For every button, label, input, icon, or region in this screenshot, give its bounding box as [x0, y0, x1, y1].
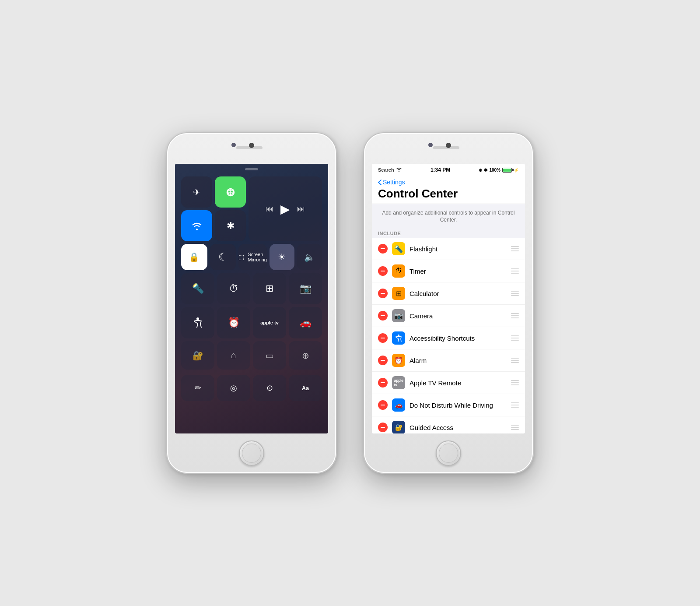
right-phone: Search 1:34 PM ⊕ ✱ 100% — [363, 132, 534, 474]
remove-camera-btn[interactable] — [378, 311, 388, 321]
cc-row-1: ✈ — [181, 176, 322, 241]
back-button[interactable]: Settings — [378, 179, 519, 186]
label-appletv: Apple TV Remote — [410, 379, 507, 387]
cc-play-btn[interactable]: ▶ — [280, 202, 290, 216]
label-camera: Camera — [410, 312, 507, 320]
cc-row-6: ✏ ◎ ⊙ Aa — [181, 375, 322, 401]
list-item-guided-access[interactable]: 🔐 Guided Access — [372, 416, 525, 433]
cc-tile-car-btn[interactable]: 🚗 — [289, 307, 322, 338]
icon-guided-access: 🔐 — [392, 421, 405, 433]
icon-calculator: ⊞ — [392, 287, 405, 300]
label-guided-access: Guided Access — [410, 424, 507, 431]
cc-tool-2[interactable]: ◎ — [217, 375, 250, 401]
search-label: Search — [378, 167, 394, 173]
cc-brightness[interactable]: ☀ — [270, 244, 294, 270]
remove-accessibility-btn[interactable] — [378, 333, 388, 343]
cc-tile-airplane[interactable]: ✈ — [181, 176, 212, 208]
cc-screen-mirroring[interactable]: ⬚ ScreenMirroring — [238, 244, 266, 270]
list-item-dnd-driving[interactable]: 🚗 Do Not Disturb While Driving — [372, 394, 525, 416]
left-phone: ✈ — [166, 132, 337, 474]
cc-media-controls[interactable]: ⏮ ▶ ⏭ — [266, 202, 305, 216]
cc-tile-camera-btn[interactable]: 📷 — [289, 273, 322, 304]
drag-calculator[interactable] — [511, 291, 519, 296]
cc-volume[interactable]: 🔈 — [297, 244, 322, 270]
section-header-include: INCLUDE — [372, 227, 525, 238]
cc-tile-cellular[interactable] — [215, 176, 246, 208]
cc-tile-calculator-btn[interactable]: ⊞ — [253, 273, 286, 304]
battery-percent-text: 100% — [489, 168, 500, 173]
drag-alarm[interactable] — [511, 358, 519, 363]
cc-tile-battery-btn[interactable]: ▭ — [253, 341, 286, 370]
status-bar: Search 1:34 PM ⊕ ✱ 100% — [372, 164, 525, 176]
cc-tile-lock-rotation[interactable]: 🔒 — [181, 244, 207, 270]
list-item-timer[interactable]: ⏱ Timer — [372, 260, 525, 282]
wifi-status-icon — [396, 167, 402, 173]
camera-dot-left — [249, 143, 254, 148]
drag-dnd[interactable] — [511, 402, 519, 408]
list-item-appletv[interactable]: appletv Apple TV Remote — [372, 372, 525, 394]
label-accessibility: Accessibility Shortcuts — [410, 335, 507, 342]
status-time: 1:34 PM — [430, 167, 450, 173]
drag-accessibility[interactable] — [511, 335, 519, 341]
remove-flashlight-btn[interactable] — [378, 244, 388, 254]
icon-appletv: appletv — [392, 376, 405, 389]
cc-forward-btn[interactable]: ⏭ — [297, 204, 305, 214]
cc-rewind-btn[interactable]: ⏮ — [266, 204, 273, 214]
cc-tile-moon[interactable]: ☾ — [210, 244, 236, 270]
list-item-calculator[interactable]: ⊞ Calculator — [372, 282, 525, 305]
page-subtitle: Add and organize additional controls to … — [372, 204, 525, 228]
cc-tile-timer-btn[interactable]: ⏱ — [217, 273, 250, 304]
label-calculator: Calculator — [410, 290, 507, 297]
list-item-accessibility[interactable]: Accessibility Shortcuts — [372, 327, 525, 349]
charging-icon: ⚡ — [514, 168, 519, 173]
cc-tool-4[interactable]: Aa — [289, 375, 322, 401]
cc-tool-1[interactable]: ✏ — [181, 375, 214, 401]
list-item-camera[interactable]: 📷 Camera — [372, 305, 525, 327]
remove-appletv-btn[interactable] — [378, 378, 388, 388]
cc-tile-bluetooth[interactable]: ✱ — [215, 210, 246, 241]
icon-timer: ⏱ — [392, 264, 405, 278]
camera-dot-right — [446, 143, 451, 148]
icon-camera: 📷 — [392, 309, 405, 322]
home-button-right[interactable] — [436, 440, 461, 466]
drag-appletv[interactable] — [511, 380, 519, 385]
cc-row-3: 🔦 ⏱ ⊞ 📷 — [181, 273, 322, 304]
bluetooth-status-icon: ✱ — [484, 168, 487, 173]
cc-tile-accessibility-btn[interactable] — [181, 307, 214, 338]
label-flashlight: Flashlight — [410, 245, 507, 253]
drag-guided[interactable] — [511, 425, 519, 430]
remove-timer-btn[interactable] — [378, 266, 388, 276]
list-item-alarm[interactable]: ⏰ Alarm — [372, 349, 525, 372]
cc-tile-magnifier-btn[interactable]: ⊕ — [289, 341, 322, 370]
remove-calculator-btn[interactable] — [378, 289, 388, 298]
home-button-left[interactable] — [239, 440, 264, 466]
remove-alarm-btn[interactable] — [378, 356, 388, 365]
page-title: Control Center — [378, 187, 519, 200]
drag-camera[interactable] — [511, 313, 519, 318]
remove-guided-btn[interactable] — [378, 423, 388, 432]
icon-flashlight: 🔦 — [392, 242, 405, 255]
cc-tile-lock-btn[interactable]: 🔐 — [181, 341, 214, 370]
battery-indicator — [502, 168, 512, 173]
cc-tile-home-btn[interactable]: ⌂ — [217, 341, 250, 370]
drag-flashlight[interactable] — [511, 246, 519, 251]
settings-scroll-area[interactable]: Add and organize additional controls to … — [372, 204, 525, 433]
cc-tile-appletv-btn[interactable]: apple tv — [253, 307, 286, 338]
drag-timer[interactable] — [511, 268, 519, 274]
front-camera-left — [231, 143, 236, 147]
list-item-flashlight[interactable]: 🔦 Flashlight — [372, 238, 525, 260]
cc-notch — [245, 168, 258, 170]
phone-bottom-left — [167, 433, 336, 473]
remove-dnd-btn[interactable] — [378, 400, 388, 410]
status-left: Search — [378, 167, 402, 173]
cc-row-4: ⏰ apple tv 🚗 — [181, 307, 322, 338]
cc-tool-3[interactable]: ⊙ — [253, 375, 286, 401]
cc-tile-alarm-btn[interactable]: ⏰ — [217, 307, 250, 338]
label-alarm: Alarm — [410, 357, 507, 364]
cc-tile-wifi[interactable] — [181, 210, 212, 241]
icon-alarm: ⏰ — [392, 354, 405, 367]
svg-point-4 — [399, 171, 399, 172]
home-button-ring-right — [439, 444, 458, 463]
home-button-ring-left — [242, 444, 261, 463]
cc-tile-flashlight-btn[interactable]: 🔦 — [181, 273, 214, 304]
